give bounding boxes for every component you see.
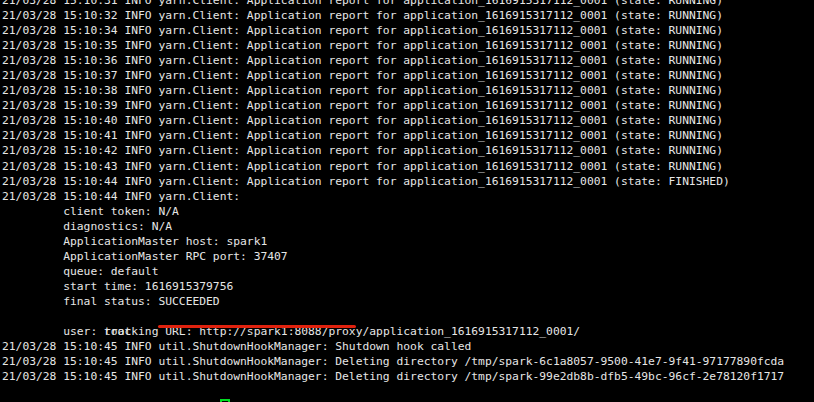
log-text: 21/03/28 15:10:38 INFO yarn.Client: Appl… <box>2 84 723 97</box>
prompt-line[interactable]: [root@spark1 spark-yarn]# <box>2 384 814 399</box>
report-user: user: root <box>2 324 814 339</box>
report-am-host: ApplicationMaster host: spark1 <box>2 234 814 249</box>
log-text: 21/03/28 15:10:45 INFO util.ShutdownHook… <box>2 355 784 368</box>
report-am-rpc-port: ApplicationMaster RPC port: 37407 <box>2 249 814 264</box>
log-line-shutdown-hook: 21/03/28 15:10:45 INFO util.ShutdownHook… <box>2 339 814 354</box>
red-underline-annotation <box>158 325 356 328</box>
log-text: 21/03/28 15:10:43 INFO yarn.Client: Appl… <box>2 160 723 173</box>
log-text: 21/03/28 15:10:32 INFO yarn.Client: Appl… <box>2 9 723 22</box>
log-line: 21/03/28 15:10:43 INFO yarn.Client: Appl… <box>2 159 814 174</box>
report-start-time: start time: 1616915379756 <box>2 279 814 294</box>
log-text: ApplicationMaster RPC port: 37407 <box>2 250 288 263</box>
log-line: 21/03/28 15:10:34 INFO yarn.Client: Appl… <box>2 23 814 38</box>
report-client-token: client token: N/A <box>2 204 814 219</box>
log-line: 21/03/28 15:10:42 INFO yarn.Client: Appl… <box>2 143 814 158</box>
log-text: 21/03/28 15:10:34 INFO yarn.Client: Appl… <box>2 24 723 37</box>
terminal-window[interactable]: 21/03/28 15:10:31 INFO yarn.Client: Appl… <box>0 0 814 402</box>
log-text: 21/03/28 15:10:44 INFO yarn.Client: Appl… <box>2 175 730 188</box>
log-text: 21/03/28 15:10:36 INFO yarn.Client: Appl… <box>2 54 723 67</box>
log-text: 21/03/28 15:10:40 INFO yarn.Client: Appl… <box>2 114 723 127</box>
log-line: 21/03/28 15:10:41 INFO yarn.Client: Appl… <box>2 128 814 143</box>
log-line-finished: 21/03/28 15:10:44 INFO yarn.Client: Appl… <box>2 174 814 189</box>
log-line: 21/03/28 15:10:40 INFO yarn.Client: Appl… <box>2 113 814 128</box>
log-line: 21/03/28 15:10:32 INFO yarn.Client: Appl… <box>2 8 814 23</box>
log-text: 21/03/28 15:10:42 INFO yarn.Client: Appl… <box>2 144 723 157</box>
log-line: 21/03/28 15:10:31 INFO yarn.Client: Appl… <box>2 0 814 8</box>
log-line-delete-dir-2: 21/03/28 15:10:45 INFO util.ShutdownHook… <box>2 369 814 384</box>
log-text: start time: 1616915379756 <box>2 280 233 293</box>
log-text: 21/03/28 15:10:39 INFO yarn.Client: Appl… <box>2 99 723 112</box>
log-line: 21/03/28 15:10:39 INFO yarn.Client: Appl… <box>2 98 814 113</box>
report-diagnostics: diagnostics: N/A <box>2 219 814 234</box>
log-text: diagnostics: N/A <box>2 220 172 233</box>
log-line: 21/03/28 15:10:35 INFO yarn.Client: Appl… <box>2 38 814 53</box>
log-text: 21/03/28 15:10:44 INFO yarn.Client: <box>2 190 247 203</box>
log-line: 21/03/28 15:10:37 INFO yarn.Client: Appl… <box>2 68 814 83</box>
log-text: 21/03/28 15:10:45 INFO util.ShutdownHook… <box>2 370 784 383</box>
log-text: 21/03/28 15:10:45 INFO util.ShutdownHook… <box>2 340 471 353</box>
log-text: queue: default <box>2 265 158 278</box>
log-text: 21/03/28 15:10:37 INFO yarn.Client: Appl… <box>2 69 723 82</box>
report-tracking-url: tracking URL: http://spark1:8088/proxy/a… <box>2 309 814 324</box>
log-line: 21/03/28 15:10:36 INFO yarn.Client: Appl… <box>2 53 814 68</box>
log-text: 21/03/28 15:10:31 INFO yarn.Client: Appl… <box>2 0 723 7</box>
terminal-screen: 21/03/28 15:10:31 INFO yarn.Client: Appl… <box>2 0 814 399</box>
log-line-delete-dir-1: 21/03/28 15:10:45 INFO util.ShutdownHook… <box>2 354 814 369</box>
report-queue: queue: default <box>2 264 814 279</box>
log-text: user: root <box>2 325 131 338</box>
log-text: client token: N/A <box>2 205 179 218</box>
log-text: 21/03/28 15:10:35 INFO yarn.Client: Appl… <box>2 39 723 52</box>
log-line: 21/03/28 15:10:44 INFO yarn.Client: <box>2 189 814 204</box>
log-text: final status: SUCCEEDED <box>2 295 220 308</box>
log-line: 21/03/28 15:10:38 INFO yarn.Client: Appl… <box>2 83 814 98</box>
log-text: ApplicationMaster host: spark1 <box>2 235 267 248</box>
report-final-status: final status: SUCCEEDED <box>2 294 814 309</box>
log-text: 21/03/28 15:10:41 INFO yarn.Client: Appl… <box>2 129 723 142</box>
